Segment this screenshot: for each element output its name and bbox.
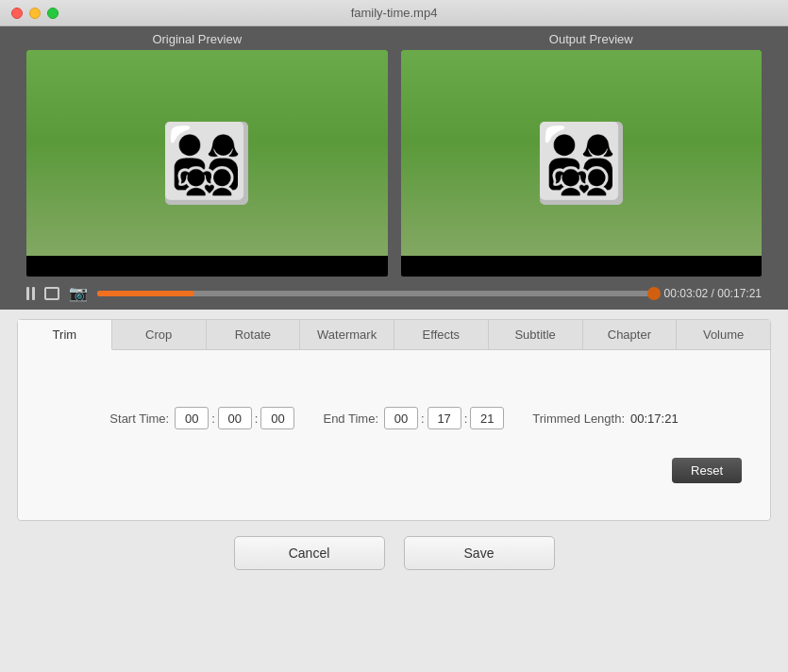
save-button[interactable]: Save bbox=[404, 536, 555, 570]
original-video-frame bbox=[26, 50, 388, 277]
transport-bar: 📷 00:03:02 / 00:17:21 bbox=[0, 277, 788, 310]
progress-fill bbox=[97, 291, 194, 296]
tab-rotate[interactable]: Rotate bbox=[207, 320, 301, 349]
maximize-button[interactable] bbox=[47, 8, 59, 19]
window-title: family-time.mp4 bbox=[351, 6, 438, 20]
start-hh-input[interactable] bbox=[175, 407, 209, 429]
output-bottom-letterbox bbox=[401, 256, 763, 277]
original-video-content bbox=[26, 50, 388, 277]
end-sep-1: : bbox=[420, 412, 426, 426]
output-preview-label: Output Preview bbox=[394, 32, 789, 46]
reset-button[interactable]: Reset bbox=[672, 458, 742, 483]
output-video-frame bbox=[401, 50, 763, 277]
trimmed-length-value: 00:17:21 bbox=[630, 412, 679, 426]
tab-effects[interactable]: Effects bbox=[394, 320, 489, 349]
trimmed-length-label: Trimmed Length: bbox=[532, 412, 625, 426]
start-mm-input[interactable] bbox=[218, 407, 252, 429]
end-time-group: End Time: : : bbox=[323, 407, 504, 429]
tab-chapter[interactable]: Chapter bbox=[583, 320, 678, 349]
original-preview-label: Original Preview bbox=[0, 32, 394, 46]
pause-bar-left bbox=[26, 287, 29, 300]
preview-labels: Original Preview Output Preview bbox=[0, 26, 788, 50]
end-mm-input[interactable] bbox=[428, 407, 461, 429]
pause-button[interactable] bbox=[26, 287, 35, 300]
tab-bar: Trim Crop Rotate Watermark Effects Subti… bbox=[18, 320, 770, 350]
tab-volume[interactable]: Volume bbox=[677, 320, 770, 349]
pause-bar-right bbox=[32, 287, 35, 300]
window-controls bbox=[11, 8, 59, 19]
title-bar: family-time.mp4 bbox=[0, 0, 788, 26]
start-time-group: Start Time: : : bbox=[109, 407, 294, 429]
camera-icon: 📷 bbox=[69, 284, 88, 302]
trim-tab-content: Start Time: : : End Time: : : bbox=[18, 350, 770, 520]
bottom-letterbox bbox=[26, 256, 388, 277]
time-display: 00:03:02 / 00:17:21 bbox=[664, 287, 762, 300]
end-time-label: End Time: bbox=[323, 412, 378, 426]
tab-trim[interactable]: Trim bbox=[18, 320, 112, 350]
trimmed-length-group: Trimmed Length: 00:17:21 bbox=[532, 412, 678, 426]
cancel-button[interactable]: Cancel bbox=[234, 536, 385, 570]
preview-area: Original Preview Output Preview 📷 bbox=[0, 26, 788, 310]
close-button[interactable] bbox=[11, 8, 23, 19]
minimize-button[interactable] bbox=[29, 8, 41, 19]
frame-icon bbox=[44, 287, 59, 300]
tab-section: Trim Crop Rotate Watermark Effects Subti… bbox=[17, 319, 771, 521]
trim-controls: Start Time: : : End Time: : : bbox=[37, 369, 751, 448]
output-video-content bbox=[401, 50, 763, 277]
start-sep-2: : bbox=[254, 412, 260, 426]
reset-row: Reset bbox=[37, 448, 751, 493]
tab-subtitle[interactable]: Subtitle bbox=[489, 320, 583, 349]
progress-bar[interactable] bbox=[97, 291, 655, 296]
progress-handle[interactable] bbox=[647, 287, 661, 300]
tab-crop[interactable]: Crop bbox=[112, 320, 207, 349]
tab-watermark[interactable]: Watermark bbox=[300, 320, 394, 349]
end-hh-input[interactable] bbox=[384, 407, 418, 429]
start-time-inputs: : : bbox=[175, 407, 294, 429]
snapshot-button[interactable]: 📷 bbox=[69, 284, 88, 302]
frame-button[interactable] bbox=[44, 287, 59, 300]
bottom-buttons: Cancel Save bbox=[0, 521, 788, 581]
pause-icon bbox=[26, 287, 35, 300]
start-time-label: Start Time: bbox=[109, 412, 169, 426]
end-ss-input[interactable] bbox=[470, 407, 504, 429]
start-sep-1: : bbox=[210, 412, 216, 426]
start-ss-input[interactable] bbox=[260, 407, 294, 429]
preview-videos bbox=[0, 50, 788, 277]
end-sep-2: : bbox=[463, 412, 469, 426]
end-time-inputs: : : bbox=[384, 407, 504, 429]
